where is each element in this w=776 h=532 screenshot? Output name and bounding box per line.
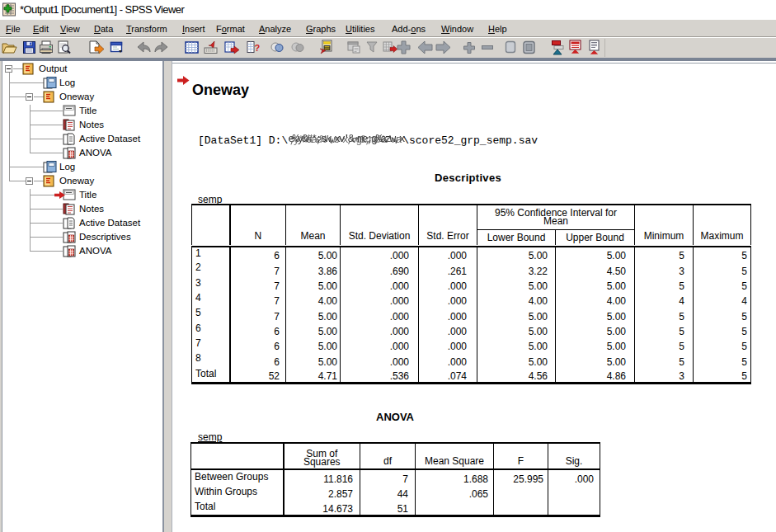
svg-text:?: ? bbox=[255, 43, 261, 53]
